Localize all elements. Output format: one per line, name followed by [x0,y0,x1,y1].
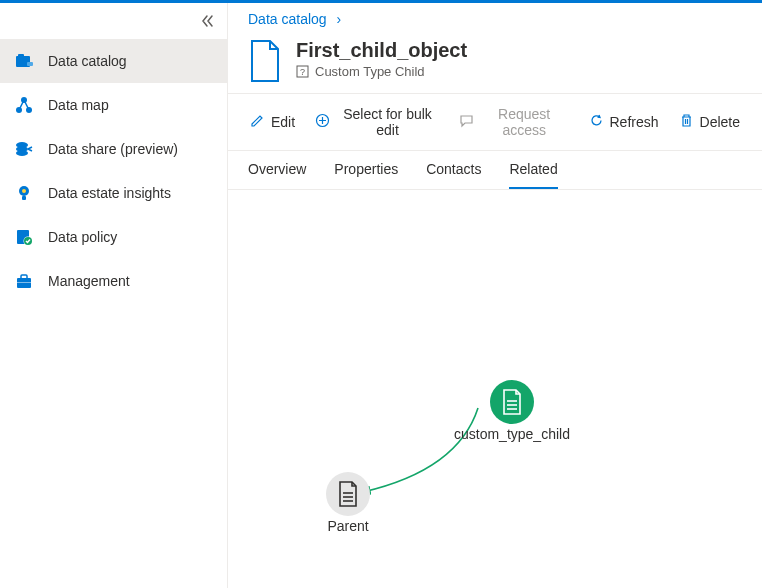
delete-button[interactable]: Delete [677,109,742,135]
sidebar: Data catalog Data map Data share (previe… [0,3,228,588]
document-icon [337,481,359,507]
map-icon [14,95,34,115]
button-label: Select for bulk edit [336,106,439,138]
header-text: First_child_object ? Custom Type Child [296,39,467,79]
type-icon: ? [296,65,309,78]
page-subtitle: ? Custom Type Child [296,64,467,79]
svg-rect-2 [27,62,33,66]
node-circle [326,472,370,516]
pencil-icon [250,113,265,131]
graph-node-parent[interactable]: Parent [326,472,370,534]
catalog-icon [14,51,34,71]
button-label: Refresh [610,114,659,130]
sidebar-item-data-share[interactable]: Data share (preview) [0,127,227,171]
svg-rect-19 [17,282,31,283]
graph-node-child[interactable]: custom_type_child [454,380,570,442]
button-label: Delete [700,114,740,130]
request-access-button: Request access [457,102,571,142]
tab-overview[interactable]: Overview [248,161,306,189]
page-header: First_child_object ? Custom Type Child [228,31,762,94]
chevron-double-left-icon [200,14,214,28]
subtitle-text: Custom Type Child [315,64,425,79]
node-label: custom_type_child [454,426,570,442]
svg-rect-1 [18,54,24,57]
svg-text:?: ? [300,67,305,77]
share-icon [14,139,34,159]
sidebar-item-label: Data policy [48,229,117,245]
related-graph-canvas[interactable]: custom_type_child Parent [228,190,762,588]
document-icon [501,389,523,415]
bulk-edit-button[interactable]: Select for bulk edit [313,102,441,142]
refresh-icon [589,113,604,131]
sidebar-item-data-policy[interactable]: Data policy [0,215,227,259]
refresh-button[interactable]: Refresh [587,109,661,135]
tab-contacts[interactable]: Contacts [426,161,481,189]
svg-rect-12 [22,196,26,200]
sidebar-item-data-catalog[interactable]: Data catalog [0,39,227,83]
sidebar-item-label: Management [48,273,130,289]
collapse-sidebar-button[interactable] [195,9,219,33]
button-label: Edit [271,114,295,130]
chevron-right-icon: › [337,11,342,27]
toolbar: Edit Select for bulk edit Request access… [228,94,762,151]
sidebar-item-label: Data estate insights [48,185,171,201]
node-label: Parent [327,518,368,534]
tab-properties[interactable]: Properties [334,161,398,189]
trash-icon [679,113,694,131]
plus-circle-icon [315,113,330,131]
sidebar-item-label: Data share (preview) [48,141,178,157]
tabs: Overview Properties Contacts Related [228,151,762,190]
svg-rect-18 [21,275,27,279]
main-content: Data catalog › First_child_object ? Cust… [228,3,762,588]
node-circle [490,380,534,424]
policy-icon [14,227,34,247]
page-title: First_child_object [296,39,467,62]
comment-icon [459,113,474,131]
sidebar-item-management[interactable]: Management [0,259,227,303]
svg-point-13 [22,189,26,193]
button-label: Request access [480,106,569,138]
briefcase-icon [14,271,34,291]
sidebar-item-data-insights[interactable]: Data estate insights [0,171,227,215]
sidebar-nav: Data catalog Data map Data share (previe… [0,3,227,303]
file-icon [248,39,282,83]
edit-button[interactable]: Edit [248,109,297,135]
svg-point-10 [16,150,28,156]
tab-related[interactable]: Related [509,161,557,189]
breadcrumb: Data catalog › [228,3,762,31]
lightbulb-icon [14,183,34,203]
sidebar-item-data-map[interactable]: Data map [0,83,227,127]
sidebar-item-label: Data catalog [48,53,127,69]
breadcrumb-root[interactable]: Data catalog [248,11,327,27]
sidebar-item-label: Data map [48,97,109,113]
